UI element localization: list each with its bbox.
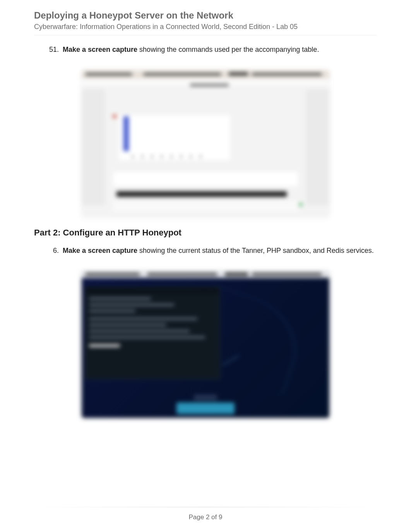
page-title: Deploying a Honeypot Server on the Netwo… xyxy=(34,9,377,21)
instruction-rest: showing the current status of the Tanner… xyxy=(137,247,374,254)
instruction-rest: showing the commands used per the accomp… xyxy=(137,46,319,53)
page-footer: Page 2 of 9 xyxy=(0,513,411,521)
instruction-bold: Make a screen capture xyxy=(63,247,137,254)
footer-divider xyxy=(34,506,377,508)
instruction-bold: Make a screen capture xyxy=(63,46,137,53)
list-number: 51. xyxy=(43,44,59,55)
screenshot-2 xyxy=(82,271,329,418)
header-divider xyxy=(34,35,377,36)
instruction-6: 6. Make a screen capture showing the cur… xyxy=(43,246,377,256)
screenshot-1 xyxy=(82,70,329,217)
list-body: Make a screen capture showing the comman… xyxy=(63,44,377,55)
page-subtitle: Cyberwarfare: Information Operations in … xyxy=(34,23,377,31)
list-body: Make a screen capture showing the curren… xyxy=(63,246,377,256)
section-title-part2: Part 2: Configure an HTTP Honeypot xyxy=(34,228,377,238)
instruction-51: 51. Make a screen capture showing the co… xyxy=(43,44,377,55)
list-number: 6. xyxy=(43,246,59,256)
